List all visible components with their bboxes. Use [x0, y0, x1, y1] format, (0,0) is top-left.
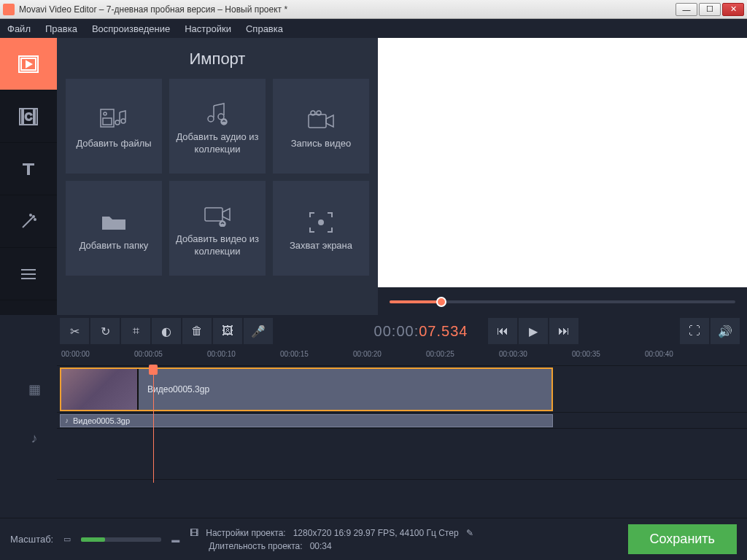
import-title: Импорт	[66, 38, 369, 79]
preview-panel	[378, 38, 747, 315]
svg-text:C: C	[25, 111, 32, 122]
audio-clip[interactable]: ♪ Видео0005.3gp	[60, 414, 553, 427]
svg-point-28	[220, 221, 225, 227]
video-clip[interactable]: Видео0005.3gp	[60, 368, 553, 411]
maximize-button[interactable]: ☐	[699, 3, 721, 16]
video-clip-label: Видео0005.3gp	[147, 384, 209, 394]
menu-settings[interactable]: Настройки	[185, 23, 231, 34]
rotate-icon: ↻	[101, 324, 110, 338]
svg-point-29	[319, 220, 323, 225]
music-note-icon	[205, 96, 230, 131]
svg-point-18	[121, 119, 125, 123]
edit-settings-icon[interactable]: ✎	[466, 528, 473, 538]
clip-properties-button[interactable]: 🖼	[213, 318, 242, 344]
ruler-mark: 00:00:20	[353, 350, 382, 358]
menu-edit[interactable]: Правка	[45, 23, 77, 34]
crop-button[interactable]: ⌗	[121, 318, 150, 344]
picture-icon: 🖼	[222, 324, 233, 338]
menubar: Файл Правка Воспроизведение Настройки Сп…	[0, 19, 747, 38]
ruler-mark: 00:00:15	[280, 350, 309, 358]
record-video-label: Запись видео	[291, 138, 351, 150]
trash-icon: 🗑	[191, 324, 203, 338]
menu-playback[interactable]: Воспроизведение	[92, 23, 170, 34]
capture-screen-button[interactable]: Захват экрана	[273, 181, 369, 276]
add-files-button[interactable]: Добавить файлы	[66, 79, 162, 174]
save-button[interactable]: Сохранить	[628, 524, 737, 554]
sidebar-effects[interactable]	[0, 195, 57, 248]
color-adjust-button[interactable]: ◐	[152, 318, 181, 344]
svg-rect-15	[103, 118, 112, 125]
ruler-mark: 00:00:35	[572, 350, 600, 358]
sidebar-more[interactable]	[0, 248, 57, 300]
video-track-icon: ▦	[28, 366, 41, 413]
svg-marker-2	[26, 61, 31, 67]
playhead[interactable]	[153, 366, 154, 483]
statusbar: Масштаб: ▭ ▬ 🎞 Настройки проекта: 1280x7…	[0, 518, 747, 560]
timeline-ruler[interactable]: 00:00:00 00:00:05 00:00:10 00:00:15 00:0…	[57, 347, 747, 366]
play-icon: ▶	[529, 324, 538, 338]
import-icon	[18, 55, 39, 73]
sidebar-import[interactable]	[0, 38, 57, 90]
prev-frame-button[interactable]: ⏮	[488, 318, 517, 344]
delete-button[interactable]: 🗑	[182, 318, 212, 344]
import-panel: Импорт Добавить файлы Добавить аудио из …	[57, 38, 378, 315]
seek-thumb[interactable]	[436, 297, 446, 307]
window-titlebar: Movavi Video Editor – 7-дневная пробная …	[0, 0, 747, 19]
camera-icon	[307, 103, 335, 138]
zoom-in-icon[interactable]: ▬	[171, 535, 179, 544]
menu-icon	[20, 268, 37, 281]
add-video-collection-button[interactable]: Добавить видео из коллекции	[169, 181, 266, 276]
folder-icon	[101, 205, 127, 240]
svg-point-19	[208, 116, 214, 122]
svg-marker-27	[222, 209, 230, 220]
preview-seek-slider[interactable]	[390, 295, 735, 309]
minimize-button[interactable]: —	[676, 3, 697, 16]
svg-line-7	[23, 217, 33, 228]
add-audio-button[interactable]: Добавить аудио из коллекции	[169, 79, 266, 174]
film-icon: 🎞	[190, 528, 198, 538]
rotate-button[interactable]: ↻	[90, 318, 120, 344]
scissors-icon: ✂	[70, 324, 80, 338]
ruler-mark: 00:00:40	[645, 350, 673, 358]
record-audio-button[interactable]: 🎤	[244, 318, 273, 344]
preview-canvas[interactable]	[378, 38, 747, 287]
audio-track-empty[interactable]	[57, 429, 747, 480]
filmstrip-icon: C	[19, 108, 38, 125]
ruler-mark: 00:00:00	[61, 350, 90, 358]
close-button[interactable]: ✕	[722, 3, 744, 16]
add-folder-label: Добавить папку	[80, 240, 149, 252]
app-icon	[3, 4, 15, 15]
svg-point-21	[221, 119, 227, 125]
menu-help[interactable]: Справка	[246, 23, 283, 34]
volume-button[interactable]: 🔊	[711, 318, 740, 344]
microphone-icon: 🎤	[251, 324, 266, 338]
zoom-slider[interactable]	[81, 537, 161, 542]
linked-audio-track[interactable]: ♪ Видео0005.3gp	[57, 413, 747, 429]
skip-forward-icon: ⏭	[558, 324, 570, 338]
capture-screen-label: Захват экрана	[290, 240, 352, 252]
project-settings-value: 1280x720 16:9 29.97 FPS, 44100 Гц Стер	[293, 528, 459, 538]
svg-rect-4	[22, 109, 23, 125]
timecode-display: 00:00:07.534	[374, 322, 468, 340]
svg-point-17	[115, 120, 120, 125]
next-frame-button[interactable]: ⏭	[549, 318, 578, 344]
sidebar-titles[interactable]	[0, 143, 57, 195]
capture-icon	[309, 205, 333, 240]
sidebar-filters[interactable]: C	[0, 90, 57, 143]
contrast-icon: ◐	[161, 324, 171, 338]
cut-button[interactable]: ✂	[60, 318, 89, 344]
note-icon: ♪	[65, 416, 69, 424]
wand-icon	[20, 213, 37, 230]
clip-thumbnail	[61, 369, 139, 410]
fullscreen-button[interactable]: ⛶	[680, 318, 709, 344]
svg-point-9	[30, 214, 31, 216]
record-video-button[interactable]: Запись видео	[273, 79, 369, 174]
video-collection-icon	[204, 198, 231, 233]
zoom-out-icon[interactable]: ▭	[63, 534, 71, 544]
ruler-mark: 00:00:25	[426, 350, 454, 358]
project-duration-label: Длительность проекта:	[209, 541, 302, 551]
add-folder-button[interactable]: Добавить папку	[66, 181, 162, 276]
video-track[interactable]: Видео0005.3gp	[57, 366, 747, 413]
menu-file[interactable]: Файл	[7, 23, 31, 34]
play-button[interactable]: ▶	[519, 318, 548, 344]
